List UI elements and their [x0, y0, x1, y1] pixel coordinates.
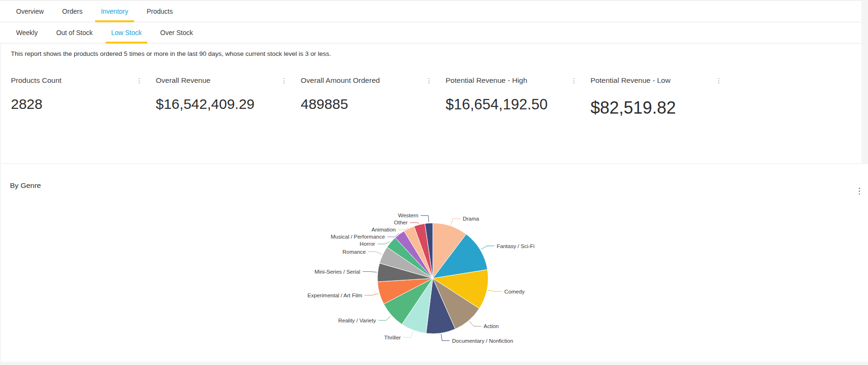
tab-weekly[interactable]: Weekly	[10, 22, 44, 43]
pie-label-experimental-art-film: Experimental / Art Film	[307, 293, 362, 298]
genre-pie-chart-area: DramaFantasy / Sci-FiComedyActionDocumen…	[261, 203, 604, 355]
kebab-menu-icon[interactable]: ⋮	[279, 76, 289, 85]
pie-label-musical-performance: Musical / Performance	[331, 234, 385, 240]
kpi-card-overall-revenue: Overall Revenue ⋮ $16,542,409.29	[156, 76, 301, 118]
report-description: This report shows the products ordered 5…	[1, 44, 861, 57]
tab-orders[interactable]: Orders	[56, 1, 88, 22]
pie-label-horror: Horror	[360, 241, 376, 247]
pie-label-romance: Romance	[342, 249, 366, 255]
tab-label: Low Stock	[111, 29, 142, 36]
pie-label-reality-variety: Reality / Variety	[338, 318, 376, 323]
kpi-card-potential-revenue-low: Potential Revenue - Low ⋮ $82,519.82	[591, 76, 735, 118]
tab-label: Over Stock	[160, 29, 193, 36]
tab-inventory[interactable]: Inventory	[95, 1, 134, 22]
pie-label-documentary-nonfiction: Documentary / Nonfiction	[452, 338, 513, 344]
pie-label-fantasy-sci-fi: Fantasy / Sci-Fi	[497, 243, 535, 249]
kpi-card-potential-revenue-high: Potential Revenue - High ⋮ $16,654,192.5…	[446, 76, 591, 118]
pie-label-leader-line	[469, 321, 481, 327]
genre-pie-chart: DramaFantasy / Sci-FiComedyActionDocumen…	[261, 203, 604, 355]
dashboard-root: Overview Orders Inventory Products Weekl…	[0, 0, 868, 365]
pie-label-thriller: Thriller	[384, 335, 401, 340]
tab-header: Overview Orders Inventory Products Weekl…	[0, 0, 861, 44]
pie-label-leader-line	[368, 252, 382, 255]
pie-label-western: Western	[398, 213, 419, 218]
kpi-title: Overall Amount Ordered	[301, 76, 430, 85]
kpi-title: Potential Revenue - Low	[591, 76, 719, 85]
primary-tab-bar: Overview Orders Inventory Products	[0, 1, 861, 22]
kebab-menu-icon[interactable]: ⋮	[853, 185, 865, 197]
tab-over-stock[interactable]: Over Stock	[154, 22, 198, 43]
tab-overview[interactable]: Overview	[10, 1, 49, 22]
kpi-card-products-count: Products Count ⋮ 2828	[11, 76, 156, 118]
pie-label-leader-line	[488, 290, 502, 292]
kpi-value: 2828	[11, 96, 140, 112]
kpi-card-overall-amount-ordered: Overall Amount Ordered ⋮ 489885	[301, 76, 446, 118]
pie-label-leader-line	[377, 241, 390, 244]
kebab-menu-icon[interactable]: ⋮	[134, 76, 144, 85]
pie-label-leader-line	[410, 223, 419, 223]
pie-label-leader-line	[378, 316, 391, 320]
right-gutter-strip	[861, 1, 868, 164]
kpi-title: Overall Revenue	[156, 76, 285, 85]
tab-out-of-stock[interactable]: Out of Stock	[51, 22, 98, 43]
tab-label: Weekly	[16, 29, 38, 36]
kpi-section: This report shows the products ordered 5…	[1, 44, 861, 163]
tab-label: Out of Stock	[56, 29, 93, 36]
pie-label-comedy: Comedy	[504, 289, 525, 294]
pie-label-action: Action	[483, 323, 499, 329]
pie-label-mini-series-serial: Mini-Series / Serial	[314, 269, 360, 275]
tab-label: Overview	[16, 8, 44, 15]
pie-label-leader-line	[441, 334, 450, 341]
kpi-value: $82,519.82	[591, 98, 719, 118]
pie-label-drama: Drama	[463, 216, 479, 222]
kpi-value: $16,542,409.29	[156, 96, 285, 112]
tab-label: Inventory	[101, 8, 128, 15]
pie-label-leader-line	[403, 331, 413, 338]
kebab-menu-icon[interactable]: ⋮	[714, 76, 724, 85]
widget-title: By Genre	[1, 164, 868, 190]
kpi-value: $16,654,192.50	[446, 96, 574, 113]
tab-low-stock[interactable]: Low Stock	[106, 22, 148, 43]
pie-label-leader-line	[421, 215, 429, 222]
pie-label-leader-line	[365, 294, 379, 295]
pie-label-leader-line	[363, 272, 377, 273]
pie-label-leader-line	[481, 246, 494, 249]
kpi-card-row: Products Count ⋮ 2828 Overall Revenue ⋮ …	[1, 76, 861, 118]
kpi-title: Potential Revenue - High	[446, 76, 574, 85]
kpi-value: 489885	[301, 96, 430, 112]
pie-label-other: Other	[394, 220, 408, 225]
kebab-menu-icon[interactable]: ⋮	[424, 76, 434, 85]
by-genre-widget: By Genre ⋮ DramaFantasy / Sci-FiComedyAc…	[1, 164, 868, 362]
kebab-menu-icon[interactable]: ⋮	[569, 76, 579, 85]
pie-label-leader-line	[451, 219, 460, 225]
tab-label: Products	[147, 8, 173, 15]
tab-products[interactable]: Products	[141, 1, 179, 22]
kpi-title: Products Count	[11, 76, 140, 85]
pie-label-animation: Animation	[372, 227, 396, 232]
secondary-tab-bar: Weekly Out of Stock Low Stock Over Stock	[0, 22, 861, 44]
tab-label: Orders	[62, 8, 82, 15]
